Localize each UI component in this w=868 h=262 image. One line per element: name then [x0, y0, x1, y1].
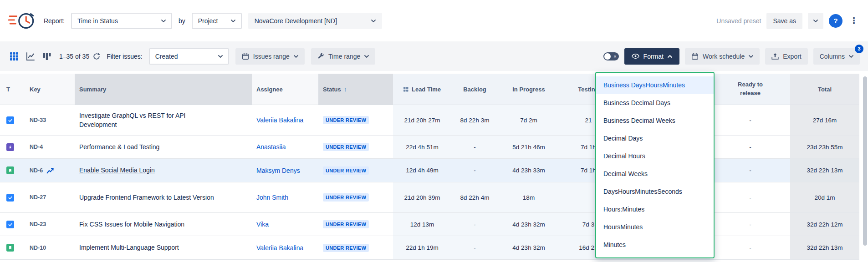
assignee-link[interactable]: Maksym Denys — [256, 167, 300, 174]
in-progress-value: 5d 21h 46m — [498, 136, 559, 158]
calendar-icon — [242, 53, 249, 60]
lead-time-value: 21d 20h 39m — [393, 182, 451, 212]
issue-summary: Performance & Load Testing — [79, 142, 159, 151]
columns-count-badge: 3 — [855, 45, 863, 53]
assignee-link[interactable]: Valeriia Bakalina — [256, 116, 303, 124]
preset-status: Unsaved preset — [716, 17, 761, 25]
format-option[interactable]: Minutes — [596, 236, 714, 254]
header-backlog[interactable]: Backlog — [451, 74, 498, 105]
format-option[interactable]: Decimal Weeks — [596, 165, 714, 183]
save-as-button[interactable]: Save as — [766, 13, 802, 29]
save-options-button[interactable] — [808, 13, 823, 29]
board-view-icon[interactable] — [41, 50, 53, 62]
header-total[interactable]: Total — [790, 74, 859, 105]
format-option[interactable]: Decimal Hours — [596, 147, 714, 165]
header-lead-time[interactable]: Lead Time — [393, 74, 451, 105]
time-range-button[interactable]: Time range — [311, 48, 375, 65]
refresh-icon[interactable] — [93, 53, 100, 60]
vertical-scrollbar — [863, 73, 867, 261]
table-row: ND-4 Performance & Load Testing Anastasi… — [0, 136, 859, 159]
assignee-link[interactable]: Valeriia Bakalina — [256, 244, 303, 252]
created-filter-select[interactable]: Created — [149, 48, 229, 65]
ready-to-release-value: - — [710, 136, 790, 158]
format-option[interactable]: Decimal Days — [596, 130, 714, 147]
total-value: 32d 22h 13m — [790, 159, 859, 182]
work-schedule-button[interactable]: Work schedule — [685, 48, 760, 65]
chevron-down-icon — [294, 55, 298, 58]
help-button[interactable]: ? — [829, 14, 842, 28]
header-assignee[interactable]: Assignee — [252, 74, 318, 105]
issue-summary: Fix CSS Issues for Mobile Navigation — [79, 220, 184, 229]
toggle-off-icon: × — [613, 53, 616, 60]
export-button[interactable]: Export — [765, 48, 807, 65]
columns-button[interactable]: Columns 3 — [813, 48, 860, 65]
assignee-link[interactable]: Vika — [256, 221, 269, 228]
backlog-value: 8d 22h 4m — [451, 182, 498, 212]
assignee-link[interactable]: John Smith — [256, 194, 288, 201]
issues-range-button[interactable]: Issues range — [235, 48, 305, 65]
header-summary[interactable]: Summary — [75, 74, 252, 105]
project-select[interactable]: NovaCore Development [ND] — [248, 13, 382, 29]
issue-key[interactable]: ND-4 — [30, 144, 43, 150]
issue-key[interactable]: ND-6 — [30, 167, 43, 174]
format-option[interactable]: Business DaysHoursMinutes — [596, 76, 714, 94]
issue-key[interactable]: ND-10 — [30, 245, 46, 251]
in-progress-value: 18m — [498, 182, 559, 212]
group-by-select[interactable]: Project — [192, 13, 242, 29]
status-badge: UNDER REVIEW — [323, 166, 369, 175]
total-value: 32d 22h 12m — [790, 213, 859, 236]
toggle-knob-icon — [604, 53, 611, 60]
next-row-sliver — [0, 260, 859, 262]
issue-summary: Investigate GraphQL vs REST for API Deve… — [79, 111, 218, 130]
issue-key[interactable]: ND-33 — [30, 117, 46, 123]
more-menu-button[interactable]: ⋮ — [848, 13, 860, 29]
header-key[interactable]: Key — [25, 74, 75, 105]
header-status-label: Status — [323, 86, 341, 93]
format-option[interactable]: DaysHoursMinutesSeconds — [596, 183, 714, 201]
app-logo-icon — [8, 10, 37, 32]
header-status[interactable]: Status ↑ — [318, 74, 393, 105]
scrollbar-thumb[interactable] — [863, 76, 867, 246]
status-badge: UNDER REVIEW — [323, 193, 369, 202]
ready-to-release-value: - — [710, 159, 790, 182]
story-type-icon — [6, 244, 14, 252]
chevron-down-icon — [371, 20, 376, 22]
in-progress-value: 7d 2m — [498, 105, 559, 135]
format-option[interactable]: HoursMinutes — [596, 218, 714, 236]
by-label: by — [179, 17, 185, 25]
assignee-link[interactable]: Anastasiia — [256, 143, 286, 151]
issue-key[interactable]: ND-23 — [30, 221, 46, 227]
issue-summary: Upgrade Frontend Framework to Latest Ver… — [79, 193, 214, 202]
backlog-value: - — [451, 159, 498, 182]
in-progress-value: 4d 23h 32m — [498, 213, 559, 236]
display-toggle[interactable]: × — [603, 52, 619, 60]
table-view-icon[interactable] — [8, 50, 20, 62]
header-type[interactable]: T — [0, 74, 25, 105]
report-type-select[interactable]: Time in Status — [71, 13, 172, 29]
results-count: 1–35 of 35 — [59, 53, 89, 60]
format-option[interactable]: Hours:Minutes — [596, 201, 714, 218]
backlog-value: - — [451, 213, 498, 236]
format-label: Format — [643, 53, 664, 60]
task-type-icon — [6, 194, 14, 202]
top-bar: Report: Time in Status by Project NovaCo… — [0, 0, 868, 41]
table-row: ND-23 Fix CSS Issues for Mobile Navigati… — [0, 213, 859, 236]
time-in-status-app: Report: Time in Status by Project NovaCo… — [0, 0, 868, 262]
header-ready-to-release-label: Ready to release — [736, 81, 765, 98]
header-in-progress[interactable]: In Progress — [498, 74, 559, 105]
work-schedule-label: Work schedule — [703, 53, 745, 60]
header-ready-to-release[interactable]: Ready to release — [710, 74, 790, 105]
wrench-icon — [317, 53, 324, 60]
format-option[interactable]: Business Decimal Weeks — [596, 112, 714, 130]
issues-range-label: Issues range — [253, 53, 290, 60]
issue-key[interactable]: ND-27 — [30, 194, 46, 201]
report-label: Report: — [44, 17, 65, 25]
issue-summary-link[interactable]: Enable Social Media Login — [79, 166, 155, 175]
format-option[interactable]: Business Decimal Days — [596, 94, 714, 112]
ready-to-release-value: - — [710, 105, 790, 135]
story-type-icon — [6, 166, 14, 174]
format-button[interactable]: Format — [624, 48, 679, 65]
issue-chart-icon[interactable] — [46, 167, 55, 174]
chart-view-icon[interactable] — [25, 50, 36, 62]
total-value: 23d 23h 55m — [790, 136, 859, 158]
